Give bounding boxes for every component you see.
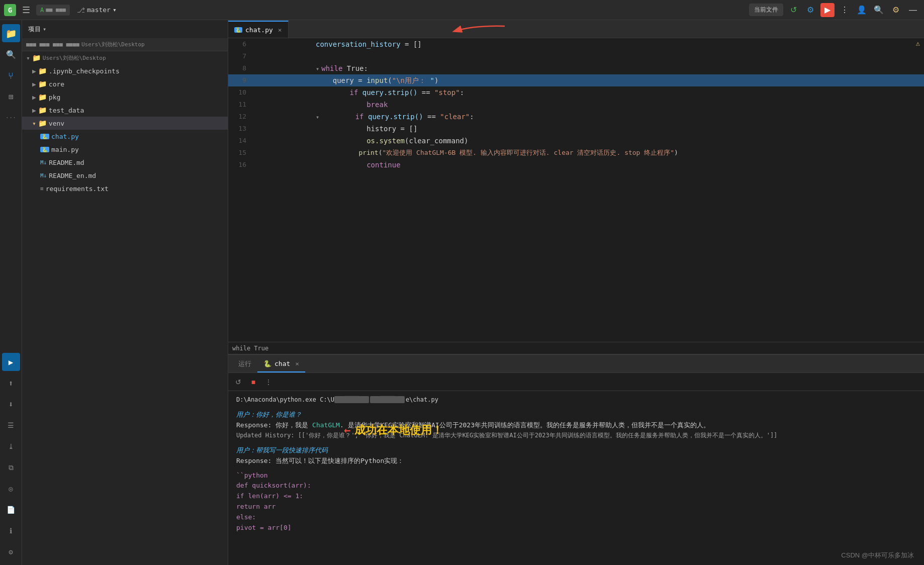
run-button[interactable]: ▶ bbox=[820, 3, 835, 17]
activity-info[interactable]: ℹ bbox=[2, 522, 20, 540]
tree-ipynb[interactable]: ▶ 📁 .ipynb_checkpoints bbox=[22, 64, 228, 77]
sidebar: 项目 ▾ ■■■ ■■■ ■■■ ■■■■ Users\刘劲松\Desktop … bbox=[22, 20, 228, 565]
tree-root[interactable]: ▾ 📁 Users\刘劲松\Desktop bbox=[22, 51, 228, 64]
activity-extensions[interactable]: ⊞ bbox=[2, 87, 20, 106]
app-logo: G bbox=[4, 4, 16, 16]
minimize-button[interactable]: — bbox=[906, 3, 920, 17]
sidebar-header: 项目 ▾ bbox=[22, 20, 228, 38]
tree-chat-py[interactable]: 🐍 chat.py bbox=[22, 130, 228, 143]
settings-button[interactable]: ⚙ bbox=[889, 3, 903, 17]
code-line-6: 6 conversation_history = [] bbox=[228, 38, 924, 50]
stop-terminal-button[interactable]: ■ bbox=[247, 376, 259, 388]
code-editor: ⚠ 6 conversation_history = [] 7 bbox=[228, 38, 924, 354]
editor-area: 🐍 chat.py × ⚠ bbox=[228, 20, 924, 565]
activity-more[interactable]: ··· bbox=[2, 109, 20, 127]
folder-icon: 📁 bbox=[32, 54, 41, 62]
folder-icon: 📁 bbox=[38, 119, 47, 127]
terminal-cmd-line: D:\Anaconda\python.exe C:\U████████e\cha… bbox=[236, 395, 916, 405]
refresh-button[interactable]: ↺ bbox=[786, 3, 800, 17]
terminal-code-1: ``python bbox=[236, 470, 916, 481]
panel-tab-run[interactable]: 运行 bbox=[232, 355, 257, 372]
folder-icon: 📁 bbox=[38, 67, 47, 75]
terminal-response-2: Response: 当然可以！以下是快速排序的Python实现： bbox=[236, 456, 916, 466]
activity-globe[interactable]: ◎ bbox=[2, 480, 20, 498]
breadcrumb-bar: ■■■ ■■■ ■■■ ■■■■ Users\刘劲松\Desktop bbox=[22, 38, 228, 51]
terminal-user-1: 用户：你好，你是谁？ bbox=[236, 410, 916, 420]
more-button[interactable]: ⋮ bbox=[838, 3, 852, 17]
folder-icon: 📁 bbox=[38, 80, 47, 88]
titlebar: G ☰ A ■■ ■■■ ⎇ master ▾ 当前文件 ↺ ⚙ ▶ ⋮ 👤 🔍… bbox=[0, 0, 924, 20]
tree-readme-md[interactable]: M↓ README.md bbox=[22, 156, 228, 169]
code-line-16: 16 continue bbox=[228, 159, 924, 171]
tab-py-icon: 🐍 bbox=[234, 27, 242, 33]
warning-icon: ⚠ bbox=[916, 39, 920, 47]
menu-icon[interactable]: ☰ bbox=[20, 3, 32, 17]
panel-tabs-bar: 运行 🐍 chat × bbox=[228, 355, 924, 373]
bottom-panel: 运行 🐍 chat × ↺ ■ ⋮ D:\Anaconda\python.exe… bbox=[228, 354, 924, 565]
activity-bar: 📁 🔍 ⑂ ⊞ ··· ▶ ⬆ ⬇ ☰ ⤓ ⧉ ◎ 📄 ℹ ⚙ bbox=[0, 20, 22, 565]
project-tag: A ■■ ■■■ bbox=[36, 5, 70, 16]
activity-search[interactable]: 🔍 bbox=[2, 45, 20, 63]
activity-run2[interactable]: ▶ bbox=[2, 353, 20, 371]
activity-download2[interactable]: ⤓ bbox=[2, 437, 20, 455]
terminal-code-6: pivot = arr[0] bbox=[236, 523, 916, 533]
titlebar-actions: 当前文件 ↺ ⚙ ▶ ⋮ 👤 🔍 ⚙ — bbox=[749, 3, 920, 17]
terminal-response-1: Response: 你好，我是 ChatGLM. 是清华大学KEG实验室和智谱A… bbox=[236, 420, 916, 431]
tree-requirements-txt[interactable]: ≡ requirements.txt bbox=[22, 182, 228, 195]
tab-label: chat.py bbox=[245, 26, 273, 34]
terminal-output[interactable]: D:\Anaconda\python.exe C:\U████████e\cha… bbox=[228, 391, 924, 565]
code-breadcrumb: while True bbox=[228, 342, 924, 354]
activity-settings3[interactable]: ⚙ bbox=[2, 543, 20, 561]
restart-terminal-button[interactable]: ↺ bbox=[232, 376, 244, 388]
tree-main-py[interactable]: 🐍 main.py bbox=[22, 143, 228, 156]
tree-testdata[interactable]: ▶ 📁 test_data bbox=[22, 104, 228, 117]
watermark: CSDN @中杯可乐多加冰 bbox=[841, 550, 914, 561]
panel-tab-close-icon[interactable]: × bbox=[295, 360, 299, 367]
editor-section: 🐍 chat.py × ⚠ bbox=[228, 20, 924, 354]
tree-venv[interactable]: ▾ 📁 venv bbox=[22, 117, 228, 130]
activity-file2[interactable]: 📄 bbox=[2, 501, 20, 519]
activity-list[interactable]: ☰ bbox=[2, 416, 20, 434]
user-button[interactable]: 👤 bbox=[855, 3, 869, 17]
tab-chat-py[interactable]: 🐍 chat.py × bbox=[228, 21, 289, 38]
file-tree: ▾ 📁 Users\刘劲松\Desktop ▶ 📁 .ipynb_checkpo… bbox=[22, 51, 228, 565]
activity-layers[interactable]: ⧉ bbox=[2, 458, 20, 477]
terminal-code-4: return arr bbox=[236, 502, 916, 512]
current-file-button[interactable]: 当前文件 bbox=[749, 4, 783, 16]
terminal-code-2: def quicksort(arr): bbox=[236, 481, 916, 491]
tree-pkg[interactable]: ▶ 📁 pkg bbox=[22, 90, 228, 104]
debug-button[interactable]: ⚙ bbox=[803, 3, 817, 17]
folder-icon: 📁 bbox=[38, 93, 47, 101]
activity-files[interactable]: 📁 bbox=[2, 24, 20, 42]
tree-readme-en-md[interactable]: M↓ README_en.md bbox=[22, 169, 228, 182]
activity-git[interactable]: ⑂ bbox=[2, 66, 20, 84]
more-terminal-button[interactable]: ⋮ bbox=[262, 376, 274, 388]
main-layout: 📁 🔍 ⑂ ⊞ ··· ▶ ⬆ ⬇ ☰ ⤓ ⧉ ◎ 📄 ℹ ⚙ 项目 ▾ ■■■… bbox=[0, 20, 924, 565]
tab-close-icon[interactable]: × bbox=[278, 26, 282, 34]
terminal-code-5: else: bbox=[236, 512, 916, 523]
branch-selector[interactable]: ⎇ master ▾ bbox=[74, 5, 120, 15]
terminal-user-2: 用户：帮我写一段快速排序代码 bbox=[236, 445, 916, 456]
editor-tabs: 🐍 chat.py × bbox=[228, 20, 924, 38]
search-header-button[interactable]: 🔍 bbox=[872, 3, 886, 17]
terminal-history-1: Updated History: [['你好，你是谁？', '你好，我是 Cha… bbox=[236, 431, 916, 440]
panel-tab-chat[interactable]: 🐍 chat × bbox=[257, 355, 305, 372]
panel-toolbar: ↺ ■ ⋮ bbox=[228, 373, 924, 391]
terminal-code-3: if len(arr) <= 1: bbox=[236, 491, 916, 502]
tree-core[interactable]: ▶ 📁 core bbox=[22, 77, 228, 90]
folder-icon: 📁 bbox=[38, 106, 47, 114]
activity-download[interactable]: ⬇ bbox=[2, 395, 20, 413]
activity-upload[interactable]: ⬆ bbox=[2, 374, 20, 392]
